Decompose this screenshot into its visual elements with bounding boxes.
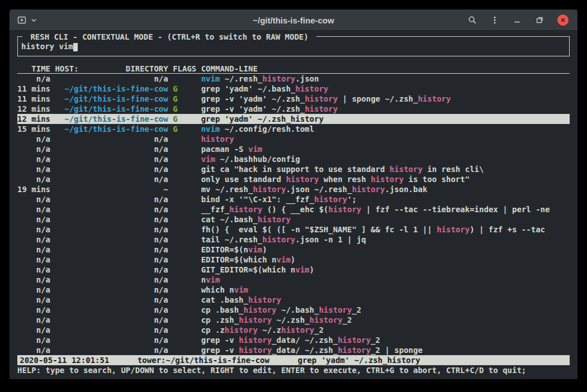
row-command: bind -x '"\C-x1": __fzf_history'; (201, 194, 570, 204)
history-row[interactable]: n/an/atail ~/.resh_history.json -n 1 | j… (17, 235, 570, 245)
row-flags (173, 335, 196, 345)
row-flags (173, 184, 196, 194)
row-command: grep 'yadm' ~/.zsh_history (201, 114, 570, 124)
history-row[interactable]: n/an/acat .bash_history (17, 295, 570, 305)
history-row[interactable]: 12 mins~/git/this-is-fine-cowGgrep -v 'y… (17, 104, 570, 114)
row-time: n/a (17, 285, 50, 295)
history-row-selected[interactable]: 12 mins~/git/this-is-fine-cowGgrep 'yadm… (17, 114, 570, 124)
menu-button[interactable] (490, 16, 499, 25)
row-command: git ca "hack in support to use standard … (201, 164, 570, 174)
row-time: n/a (17, 154, 50, 164)
search-input[interactable]: history vim (18, 41, 78, 51)
row-host-directory: n/a (55, 235, 168, 245)
history-row[interactable]: n/an/acp .zsh_history ~/.zsh_history_2 (17, 315, 570, 325)
history-row[interactable]: n/an/anvim ~/.resh_history.json (17, 74, 570, 84)
row-flags (173, 164, 196, 174)
history-row[interactable]: 11 mins~/git/this-is-fine-cowGgrep -v 'y… (17, 94, 570, 104)
row-command: grep -v 'yadm' ~/.zsh_history | sponge ~… (201, 94, 570, 104)
history-row[interactable]: n/an/acp .zhistory ~/.zhistory_2 (17, 325, 570, 335)
row-command: EDITOR=$(which nvim) (201, 255, 570, 265)
row-flags (173, 285, 196, 295)
row-time: 12 mins (17, 114, 50, 124)
row-flags (173, 224, 196, 235)
restore-button[interactable] (535, 16, 544, 25)
row-host-directory: n/a (55, 315, 168, 325)
row-command: grep 'yadm' ~/.bash_history (201, 84, 570, 94)
row-time: 11 mins (17, 84, 50, 94)
row-host-directory: ~/git/this-is-fine-cow (55, 84, 168, 94)
row-command: grep -v 'yadm' ~/.zsh_history (201, 104, 570, 114)
row-command: cp .zsh_history ~/.zsh_history_2 (201, 315, 570, 325)
row-host-directory: ~/git/this-is-fine-cow (55, 114, 168, 124)
history-row[interactable]: n/an/afh() { eval $( ([ -n "$ZSH_NAME" ]… (17, 224, 570, 235)
minimize-icon (513, 16, 522, 25)
history-table: TIME HOST:DIRECTORY FLAGS COMMAND-LINE n… (17, 64, 570, 355)
history-row[interactable]: n/an/agit ca "hack in support to use sta… (17, 164, 570, 174)
row-host-directory: n/a (55, 305, 168, 315)
row-host-directory: n/a (55, 275, 168, 285)
window-title: ~/git/this-is-fine-cow (253, 15, 334, 25)
row-flags: G (173, 124, 196, 134)
history-rows: n/an/anvim ~/.resh_history.json11 mins~/… (17, 74, 570, 355)
history-row[interactable]: n/an/aEDITOR=$(nvim) (17, 245, 570, 255)
row-command: nvim ~/.resh_history.json (201, 74, 570, 84)
row-command: cp .zhistory ~/.zhistory_2 (201, 325, 570, 335)
row-host-directory: n/a (55, 335, 168, 345)
text-cursor (73, 43, 78, 51)
row-host-directory: ~/git/this-is-fine-cow (55, 94, 168, 104)
history-row[interactable]: n/an/acat ~/.bash_history (17, 214, 570, 224)
row-time: n/a (17, 214, 50, 224)
history-row[interactable]: n/an/apacman -S vim (17, 144, 570, 154)
status-datetime: 2020-05-11 12:01:51 (20, 356, 109, 365)
history-row[interactable]: n/an/abind -x '"\C-x1": __fzf_history'; (17, 194, 570, 204)
row-time: n/a (17, 134, 50, 144)
row-time: n/a (17, 255, 50, 265)
history-row[interactable]: 19 mins~mv ~/.resh_history.json ~/.resh_… (17, 184, 570, 194)
history-row[interactable]: n/an/aGIT_EDITOR=$(which nvim) (17, 265, 570, 275)
history-row[interactable]: n/an/ahistory (17, 134, 570, 144)
history-row[interactable]: n/an/agrep -v history_data/ ~/.zsh_histo… (17, 335, 570, 345)
history-row[interactable]: n/an/agrep -v history_data/ ~/.zsh_histo… (17, 345, 570, 355)
history-row[interactable]: n/an/avim ~/.bashhub/config (17, 154, 570, 164)
titlebar-left-controls (17, 16, 37, 25)
row-time: n/a (17, 74, 50, 84)
row-time: n/a (17, 144, 50, 154)
row-time: n/a (17, 245, 50, 255)
row-command: cat .bash_history (201, 295, 570, 305)
row-command: grep -v history_data/ ~/.zsh_history_2 |… (201, 345, 570, 355)
row-host-directory: ~/git/this-is-fine-cow (55, 124, 168, 134)
row-command: pacman -S vim (201, 144, 570, 154)
history-row[interactable]: 11 mins~/git/this-is-fine-cowGgrep 'yadm… (17, 84, 570, 94)
row-command: vim ~/.bashhub/config (201, 154, 570, 164)
row-flags (173, 275, 196, 285)
row-flags: G (173, 94, 196, 104)
resh-mode-title: RESH CLI - CONTEXTUAL MODE - (CTRL+R to … (22, 32, 316, 42)
history-row[interactable]: n/an/anvim (17, 275, 570, 285)
row-command: __fzf_history () { __ehc $(history | fzf… (201, 204, 570, 214)
new-tab-icon (17, 16, 26, 25)
row-flags (173, 325, 196, 335)
minimize-button[interactable] (513, 16, 522, 25)
row-flags: G (173, 114, 196, 124)
restore-icon (535, 16, 544, 25)
history-row[interactable]: n/an/aonly use standard history when res… (17, 174, 570, 184)
resh-search-box: RESH CLI - CONTEXTUAL MODE - (CTRL+R to … (17, 36, 570, 56)
row-time: n/a (17, 224, 50, 235)
history-row[interactable]: n/an/a__fzf_history () { __ehc $(history… (17, 204, 570, 214)
row-flags (173, 345, 196, 355)
row-host-directory: n/a (55, 345, 168, 355)
close-button[interactable] (557, 15, 569, 26)
history-row[interactable]: n/an/awhich nvim (17, 285, 570, 295)
row-time: n/a (17, 174, 50, 184)
row-time: n/a (17, 194, 50, 204)
titlebar[interactable]: ~/git/this-is-fine-cow (10, 9, 577, 31)
header-time: TIME (17, 64, 50, 73)
terminal-screen[interactable]: RESH CLI - CONTEXTUAL MODE - (CTRL+R to … (10, 31, 577, 379)
row-command: EDITOR=$(nvim) (201, 245, 570, 255)
new-tab-button[interactable] (17, 16, 26, 25)
tab-list-dropdown-button[interactable] (31, 16, 37, 25)
history-row[interactable]: n/an/acp .bash_history ~/.bash_history_2 (17, 305, 570, 315)
history-row[interactable]: 15 mins~/git/this-is-fine-cowGnvim ~/.co… (17, 124, 570, 134)
history-row[interactable]: n/an/aEDITOR=$(which nvim) (17, 255, 570, 265)
search-button[interactable] (468, 16, 477, 25)
